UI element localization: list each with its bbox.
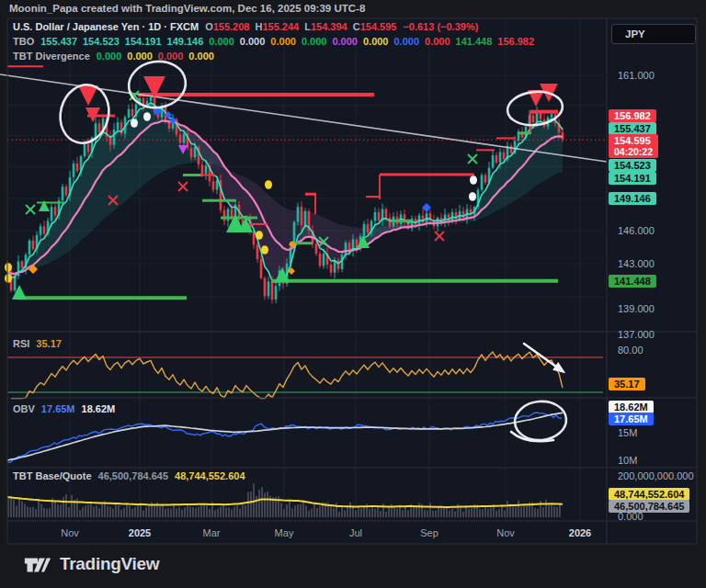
tbt-divergence-label[interactable]: TBT Divergence — [13, 51, 90, 62]
tbo-value: 0.000 — [302, 36, 327, 47]
main-price-pane[interactable] — [7, 18, 607, 332]
price-scale-badge: 154.191 — [609, 172, 656, 185]
price-scale-badge: 17.65M — [609, 413, 654, 425]
tbt-divergence-value: 0.000 — [158, 51, 184, 62]
price-scale-label: 10M — [618, 455, 637, 466]
time-axis[interactable] — [7, 521, 605, 544]
time-axis-label: 2026 — [569, 527, 591, 538]
symbol-title[interactable]: U.S. Dollar / Japanese Yen · 1D · FXCM — [13, 21, 199, 32]
tbt-value-1: 46,500,784.645 — [98, 470, 168, 481]
tbo-value: 0.000 — [240, 36, 266, 47]
tradingview-screenshot: Moonin_Papa created with TradingView.com… — [0, 0, 706, 588]
price-scale-badge: 46,500,784.645 — [609, 500, 689, 513]
price-scale-badge: 156.982 — [609, 109, 656, 122]
ohlc-value: O155.208 — [205, 21, 249, 32]
tbt-divergence-value: 0.000 — [127, 51, 153, 62]
price-scale-label: 146.000 — [618, 225, 655, 236]
time-axis-label: 2025 — [129, 527, 151, 538]
ohlc-value: L154.394 — [304, 21, 347, 32]
change-value: −0.613 (−0.39%) — [403, 21, 478, 32]
tbt-divergence-value: 0.000 — [97, 51, 122, 62]
tbt-legend-row: TBT Base/Quote 46,500,784.645 48,744,552… — [13, 470, 245, 481]
tradingview-logo-icon — [24, 555, 51, 574]
time-axis-label: Mar — [203, 527, 221, 538]
tbt-divergence-values: 0.0000.0000.0000.000 — [97, 51, 214, 62]
price-scale-badge: 155.437 — [609, 122, 656, 135]
tbo-value: 154.523 — [83, 36, 120, 47]
price-scale-badge: 48,744,552.604 — [609, 488, 689, 501]
ohlc-value: H155.244 — [255, 21, 299, 32]
rsi-value: 35.17 — [36, 338, 62, 349]
obv-indicator-label[interactable]: OBV — [13, 403, 35, 414]
tbo-value: 0.000 — [363, 36, 389, 47]
obv-legend-row: OBV 17.65M 18.62M — [13, 403, 115, 414]
price-scale-label: 161.000 — [618, 70, 655, 81]
price-scale-label: 200,000,000.000 — [618, 470, 694, 481]
tbt-value-2: 48,744,552.604 — [175, 470, 245, 481]
price-scale-badge: 35.17 — [609, 378, 645, 390]
rsi-legend-row: RSI 35.17 — [13, 338, 62, 349]
time-axis-label: May — [275, 527, 294, 538]
tradingview-logo[interactable]: TradingView — [24, 554, 159, 574]
tbo-value: 0.000 — [393, 36, 419, 47]
price-scale-label: 80.00 — [618, 345, 643, 356]
price-scale-badge: 154.59504:20:22 — [609, 134, 658, 158]
tbo-value: 0.000 — [270, 36, 296, 47]
price-scale-badge: 18.62M — [609, 401, 654, 413]
tbt-divergence-legend-row: TBT Divergence 0.0000.0000.0000.000 — [13, 51, 214, 62]
tbo-value: 155.437 — [40, 36, 77, 47]
time-axis-label: Nov — [496, 527, 515, 538]
time-axis-label: Sep — [420, 527, 438, 538]
symbol-legend-row: U.S. Dollar / Japanese Yen · 1D · FXCM O… — [13, 21, 478, 32]
price-scale-badge: 141.448 — [609, 275, 656, 288]
price-scale-label: 139.000 — [618, 303, 655, 314]
rsi-pane[interactable] — [7, 332, 607, 398]
time-axis-label: Nov — [61, 527, 79, 538]
attribution-text: Moonin_Papa created with TradingView.com… — [9, 3, 365, 14]
tbo-value: 0.000 — [332, 36, 358, 47]
obv-value-2: 18.62M — [82, 403, 116, 414]
price-scale-badge: 154.523 — [609, 159, 656, 172]
price-scale-label: 15M — [618, 427, 637, 438]
currency-button[interactable]: JPY — [611, 24, 696, 44]
tbo-value: 0.000 — [425, 36, 450, 47]
obv-value-1: 17.65M — [41, 403, 75, 414]
tbo-value: 149.146 — [167, 36, 204, 47]
tbo-value: 156.982 — [497, 36, 534, 47]
price-scale-label: 143.000 — [618, 258, 655, 269]
tradingview-logo-text: TradingView — [60, 554, 159, 574]
rsi-indicator-label[interactable]: RSI — [13, 338, 29, 349]
tbo-values: 155.437154.523154.191149.1460.0000.0000.… — [40, 36, 534, 47]
tbo-legend-row: TBO 155.437154.523154.191149.1460.0000.0… — [13, 36, 534, 47]
ohlc-value: C154.595 — [353, 21, 397, 32]
tbo-value: 154.191 — [125, 36, 162, 47]
tbo-indicator-label[interactable]: TBO — [13, 36, 34, 47]
time-axis-label: Jul — [349, 527, 362, 538]
price-scale-axis[interactable] — [607, 18, 697, 521]
price-scale-badge: 149.146 — [609, 192, 656, 205]
tbt-indicator-label[interactable]: TBT Base/Quote — [13, 470, 92, 481]
tbo-value: 141.448 — [456, 36, 493, 47]
ohlc-values: O155.208H155.244L154.394C154.595 — [205, 21, 396, 32]
tbt-divergence-value: 0.000 — [188, 51, 214, 62]
tbo-value: 0.000 — [209, 36, 234, 47]
price-scale-label: 137.000 — [618, 329, 655, 340]
